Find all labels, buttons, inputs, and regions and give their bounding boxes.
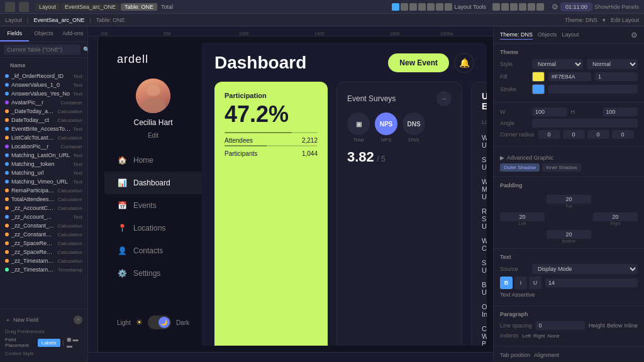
field-type: Text	[73, 170, 82, 176]
theme-toggle[interactable]: 🌙	[148, 315, 171, 329]
advanced-toggle[interactable]: ▶ Advanced Graphic	[500, 152, 638, 163]
list-item[interactable]: RemaParticipants__ct Calculation	[0, 186, 87, 195]
list-item[interactable]: _zz_ConstantCatecToLast0_... Calculation	[0, 230, 87, 239]
nav-settings[interactable]: ⚙️ Settings	[104, 262, 202, 285]
line-spacing-slider: Height Below Inline	[536, 321, 638, 330]
corner-tl[interactable]	[538, 130, 560, 139]
list-item[interactable]: _zz_Constant_... Calculation	[0, 221, 87, 230]
list-item[interactable]: _zz_SpaceRecords_... Calculation	[0, 248, 87, 256]
eventsea-label[interactable]: EventSea_arc_ONE	[33, 17, 84, 23]
profile-edit-link[interactable]: Edit	[148, 132, 158, 139]
nav-contacts[interactable]: 👤 Contacts	[104, 239, 202, 262]
tab-addons[interactable]: Add-ons	[58, 26, 87, 41]
list-item[interactable]: DateToday__ct Calculation	[0, 116, 87, 124]
tab-layout-right[interactable]: Layout	[562, 30, 579, 40]
field-type-dot	[5, 250, 9, 254]
dash-header: Dashboard New Event 🔔	[214, 53, 474, 73]
corner-br[interactable]	[612, 130, 634, 139]
font-size-input[interactable]	[545, 278, 638, 287]
layout-label[interactable]: Layout	[5, 17, 22, 23]
outer-shadow-tag[interactable]: Outer Shadow	[500, 163, 540, 172]
list-item[interactable]: AnswerValues_Yes_No Text	[0, 89, 87, 98]
tab-objects[interactable]: Objects	[29, 26, 58, 41]
indents-row: Indents Left Right None	[500, 332, 638, 339]
inner-shadow-tag[interactable]: Inner Shadow	[542, 163, 580, 172]
width-input[interactable]	[532, 107, 567, 116]
stroke-color-swatch[interactable]	[532, 84, 545, 94]
fill-color-swatch[interactable]	[532, 72, 545, 82]
search-input[interactable]	[4, 45, 80, 55]
nav-dashboard[interactable]: 📊 Dashboard	[104, 172, 202, 194]
field-type: Calculation	[57, 109, 82, 114]
style-select2[interactable]: Normal	[587, 59, 638, 69]
fill-hex-input[interactable]	[548, 72, 591, 81]
list-item[interactable]: Matching_LastOn_URL Text	[0, 151, 87, 160]
padding-left[interactable]	[500, 212, 545, 221]
angle-input[interactable]: 214°	[532, 119, 638, 128]
fill-opacity-input[interactable]	[595, 72, 638, 81]
height-input[interactable]	[603, 107, 638, 116]
right-panel-gear-icon[interactable]: ⚙	[631, 31, 638, 40]
field-type: Calculation	[57, 188, 82, 194]
list-item[interactable]: _DateToday_average_... Calculation	[0, 107, 87, 116]
style-select[interactable]: Normal Solid	[532, 59, 583, 69]
list-item[interactable]: _zz_TimestampCreate_... Calculation	[0, 256, 87, 265]
surveys-arrow-button[interactable]: →	[436, 91, 452, 106]
corner-bl[interactable]	[587, 130, 609, 139]
line-spacing-input[interactable]	[536, 321, 585, 330]
list-item[interactable]: TotalAttendees__... Calculation	[0, 195, 87, 204]
tab-table[interactable]: Table: ONE	[121, 3, 157, 11]
survey-type-total[interactable]: ▣ Total	[347, 112, 370, 143]
list-item[interactable]: Matching_url Text	[0, 168, 87, 177]
list-item[interactable]: ListCalcToLast_... Calculation	[0, 133, 87, 142]
padding-right[interactable]	[593, 212, 638, 221]
new-event-button[interactable]: New Event	[388, 53, 449, 72]
tab-eventsea[interactable]: EventSea_arc_ONE	[61, 3, 119, 11]
dashboard-preview: ardell Cecilia Hart Edit	[104, 43, 487, 346]
new-field-button[interactable]: ＋ New Field ?	[5, 313, 82, 327]
nav-events[interactable]: 📅 Events	[104, 194, 202, 217]
survey-type-dns[interactable]: DNS DNS	[402, 112, 425, 143]
field-type: Text	[73, 82, 82, 88]
list-item[interactable]: AvatarPic__r Container	[0, 98, 87, 107]
panel-tabs: Fields Objects Add-ons	[0, 26, 87, 42]
padding-bottom[interactable]	[547, 230, 591, 239]
list-item[interactable]: AnswerValues_1_0 Text	[0, 80, 87, 89]
labels-option[interactable]: Labels	[38, 339, 60, 347]
list-item[interactable]: _kf_OrderRecord_ID Text	[0, 72, 87, 80]
nav-locations[interactable]: 📍 Locations	[104, 217, 202, 239]
notifications-button[interactable]: 🔔	[454, 53, 474, 73]
advanced-section: ▶ Advanced Graphic Outer Shadow Inner Sh…	[494, 147, 644, 177]
list-item[interactable]: Matching__token Text	[0, 160, 87, 168]
tab-objects[interactable]: Objects	[538, 30, 557, 40]
height-label: H	[571, 109, 599, 115]
forward-btn[interactable]	[19, 2, 29, 12]
list-item[interactable]: _zz_Account_... Text	[0, 212, 87, 221]
source-select[interactable]: Display Mode	[532, 264, 638, 274]
bold-button[interactable]: B	[500, 277, 513, 289]
survey-type-nps[interactable]: NPS NPS	[375, 112, 397, 143]
list-item[interactable]: _zz_SpaceRecord_... Calculation	[0, 239, 87, 248]
nav-home[interactable]: 🏠 Home	[104, 149, 202, 172]
total-label: Total	[353, 137, 364, 143]
list-item[interactable]: Matching_Vimeo_URL Text	[0, 177, 87, 186]
table-label[interactable]: Table: ONE	[96, 17, 125, 23]
corner-tr[interactable]	[563, 130, 585, 139]
info-icon: ?	[74, 315, 82, 324]
participation-stats: Attendees 2,212 Participants 1,044	[225, 132, 318, 157]
list-item[interactable]: EventBrite_AccessToken Text	[0, 124, 87, 133]
tab-theme[interactable]: Theme: DNS	[500, 30, 533, 40]
canvas-area[interactable]: ardell Cecilia Hart Edit	[98, 36, 493, 352]
list-item[interactable]: _zz_AccountCreate_... Calculation	[0, 204, 87, 212]
list-item[interactable]: _zz_TimestampMod_... Timestamp	[0, 265, 87, 274]
settings-icon[interactable]: ⚙	[552, 3, 558, 11]
stroke-hex-input[interactable]	[548, 85, 638, 94]
dash-sidebar: ardell Cecilia Hart Edit	[104, 43, 202, 346]
underline-button[interactable]: U	[529, 277, 541, 289]
list-item[interactable]: LocationPic__r Container	[0, 142, 87, 151]
back-btn[interactable]	[5, 2, 15, 12]
padding-top[interactable]	[547, 195, 591, 204]
tab-fields[interactable]: Fields	[0, 26, 29, 41]
italic-button[interactable]: I	[514, 277, 527, 289]
tab-layout[interactable]: Layout	[35, 3, 60, 11]
